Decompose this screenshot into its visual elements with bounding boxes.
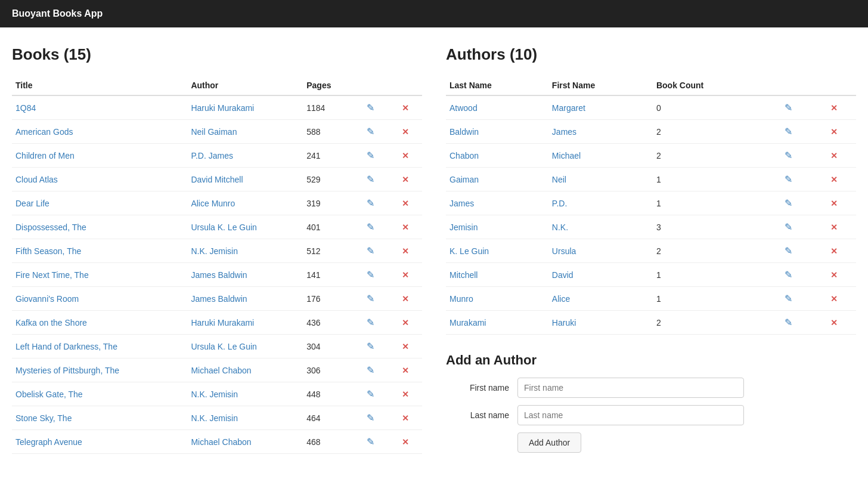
edit-icon[interactable]: ✎ [363,340,378,353]
author-last-name-link[interactable]: James [450,199,474,208]
author-first-name-link[interactable]: Alice [552,294,570,304]
author-last-name-link[interactable]: Atwood [450,103,478,113]
edit-icon[interactable]: ✎ [781,316,796,329]
delete-icon[interactable]: ✕ [398,341,413,353]
book-author-link[interactable]: Ursula K. Le Guin [191,222,257,232]
book-title-link[interactable]: 1Q84 [16,103,36,113]
book-author-link[interactable]: James Baldwin [191,294,247,304]
delete-icon[interactable]: ✕ [827,221,841,233]
edit-icon[interactable]: ✎ [781,173,796,186]
author-last-name-link[interactable]: Munro [450,294,473,304]
edit-icon[interactable]: ✎ [781,292,796,305]
edit-icon[interactable]: ✎ [363,221,378,233]
book-title-link[interactable]: Stone Sky, The [16,413,72,423]
edit-icon[interactable]: ✎ [781,101,796,114]
book-title-link[interactable]: Fifth Season, The [16,246,81,256]
book-author-link[interactable]: David Mitchell [191,175,243,184]
delete-icon[interactable]: ✕ [398,174,413,186]
delete-icon[interactable]: ✕ [398,388,413,400]
author-first-name-link[interactable]: P.D. [552,199,567,208]
book-author-link[interactable]: Michael Chabon [191,437,251,447]
author-last-name-link[interactable]: Jemisin [450,222,478,232]
delete-icon[interactable]: ✕ [827,197,841,209]
delete-icon[interactable]: ✕ [827,174,841,186]
edit-icon[interactable]: ✎ [363,388,378,400]
author-last-name-link[interactable]: Murakami [450,318,486,327]
delete-icon[interactable]: ✕ [398,221,413,233]
delete-icon[interactable]: ✕ [398,317,413,329]
book-author-link[interactable]: James Baldwin [191,270,247,280]
edit-icon[interactable]: ✎ [363,149,378,162]
author-last-name-link[interactable]: Mitchell [450,270,478,280]
delete-icon[interactable]: ✕ [827,126,841,138]
author-last-name-link[interactable]: Gaiman [450,175,479,184]
book-title-link[interactable]: Children of Men [16,151,75,160]
book-author-link[interactable]: Ursula K. Le Guin [191,342,257,351]
author-last-name-link[interactable]: Chabon [450,151,479,160]
last-name-input[interactable] [517,405,744,425]
book-title-link[interactable]: Left Hand of Darkness, The [16,342,117,351]
author-first-name-link[interactable]: N.K. [552,222,568,232]
book-author-link[interactable]: Michael Chabon [191,366,251,375]
author-first-name-link[interactable]: Haruki [552,318,576,327]
edit-icon[interactable]: ✎ [363,435,378,448]
edit-icon[interactable]: ✎ [363,173,378,186]
book-title-link[interactable]: Obelisk Gate, The [16,390,83,399]
delete-icon[interactable]: ✕ [827,293,841,305]
edit-icon[interactable]: ✎ [363,316,378,329]
delete-icon[interactable]: ✕ [827,150,841,162]
edit-icon[interactable]: ✎ [363,364,378,376]
delete-icon[interactable]: ✕ [827,102,841,114]
delete-icon[interactable]: ✕ [827,245,841,257]
edit-icon[interactable]: ✎ [781,221,796,233]
edit-icon[interactable]: ✎ [781,245,796,257]
author-last-name-link[interactable]: K. Le Guin [450,246,489,256]
delete-icon[interactable]: ✕ [398,293,413,305]
author-last-name-link[interactable]: Baldwin [450,127,479,137]
edit-icon[interactable]: ✎ [363,101,378,114]
delete-icon[interactable]: ✕ [398,269,413,281]
edit-icon[interactable]: ✎ [363,292,378,305]
book-title-link[interactable]: American Gods [16,127,73,137]
book-title-link[interactable]: Fire Next Time, The [16,270,89,280]
author-first-name-link[interactable]: David [552,270,574,280]
book-title-link[interactable]: Dispossessed, The [16,222,86,232]
author-first-name-link[interactable]: Margaret [552,103,585,113]
add-author-button[interactable]: Add Author [517,432,581,453]
delete-icon[interactable]: ✕ [398,364,413,376]
book-author-link[interactable]: Haruki Murakami [191,103,254,113]
delete-icon[interactable]: ✕ [398,436,413,448]
author-first-name-link[interactable]: Michael [552,151,581,160]
book-author-link[interactable]: Haruki Murakami [191,318,254,327]
author-first-name-link[interactable]: Ursula [552,246,576,256]
edit-icon[interactable]: ✎ [781,268,796,281]
book-author-link[interactable]: N.K. Jemisin [191,413,238,423]
edit-icon[interactable]: ✎ [781,149,796,162]
edit-icon[interactable]: ✎ [363,197,378,209]
edit-icon[interactable]: ✎ [363,125,378,138]
delete-icon[interactable]: ✕ [827,317,841,329]
edit-icon[interactable]: ✎ [363,268,378,281]
book-author-link[interactable]: P.D. James [191,151,233,160]
book-author-link[interactable]: N.K. Jemisin [191,390,238,399]
delete-icon[interactable]: ✕ [398,197,413,209]
book-title-link[interactable]: Giovanni's Room [16,294,79,304]
delete-icon[interactable]: ✕ [398,102,413,114]
author-first-name-link[interactable]: Neil [552,175,566,184]
edit-icon[interactable]: ✎ [781,197,796,209]
delete-icon[interactable]: ✕ [398,126,413,138]
delete-icon[interactable]: ✕ [827,269,841,281]
book-title-link[interactable]: Dear Life [16,199,49,208]
book-title-link[interactable]: Telegraph Avenue [16,437,82,447]
book-title-link[interactable]: Kafka on the Shore [16,318,87,327]
edit-icon[interactable]: ✎ [363,412,378,424]
book-title-link[interactable]: Cloud Atlas [16,175,58,184]
delete-icon[interactable]: ✕ [398,412,413,424]
first-name-input[interactable] [517,378,744,398]
delete-icon[interactable]: ✕ [398,245,413,257]
book-author-link[interactable]: Alice Munro [191,199,235,208]
edit-icon[interactable]: ✎ [781,125,796,138]
author-first-name-link[interactable]: James [552,127,576,137]
book-author-link[interactable]: Neil Gaiman [191,127,237,137]
delete-icon[interactable]: ✕ [398,150,413,162]
